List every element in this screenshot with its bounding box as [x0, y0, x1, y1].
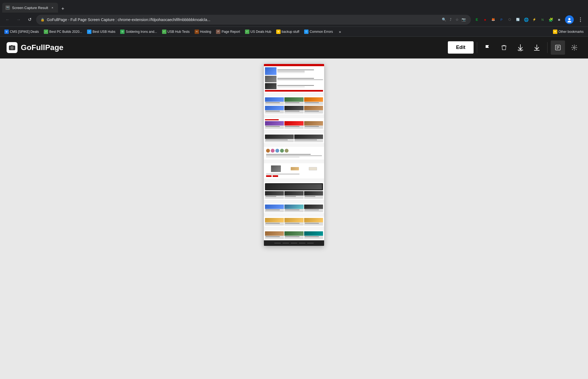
address-bookmark-icon[interactable]: ☆ — [454, 17, 460, 22]
preview-card17 — [304, 205, 323, 212]
preview-card8 — [284, 121, 303, 129]
address-camera-icon[interactable]: 📷 — [461, 17, 466, 22]
preview-footer — [264, 240, 324, 246]
preview-card22 — [284, 231, 303, 239]
active-tab[interactable]: 📷 Screen Capture Result × — [2, 3, 58, 13]
preview-section-2 — [264, 96, 324, 115]
bookmarks-more-button[interactable]: » — [336, 28, 344, 36]
ext-icon9[interactable]: N — [539, 16, 546, 24]
delete-button[interactable] — [497, 40, 511, 55]
bookmark-bestusb-favicon: ✓ — [87, 30, 91, 34]
preview-card18 — [265, 218, 284, 226]
chrome-menu-button[interactable]: ⋮ — [576, 15, 585, 24]
svg-rect-5 — [11, 45, 13, 46]
download-button[interactable] — [530, 40, 544, 55]
reload-button[interactable]: ↺ — [25, 15, 34, 24]
preview-section-9 — [264, 217, 324, 227]
address-search-icon[interactable]: 🔍 — [441, 17, 447, 22]
settings-button[interactable] — [567, 40, 581, 55]
preview-card4 — [265, 106, 284, 113]
bookmark-other[interactable]: ★ Other bookmarks — [551, 28, 586, 35]
bookmark-backup[interactable]: ★ backup stuff — [274, 28, 302, 35]
ext-icon6[interactable]: 🔄 — [514, 16, 522, 24]
bookmark-usbtest[interactable]: ✓ USB Hub Tests — [160, 28, 192, 35]
ext-puzzle-icon[interactable]: 🧩 — [547, 16, 555, 24]
ext-icon3[interactable]: 🦊 — [489, 16, 497, 24]
footer-line2 — [283, 243, 289, 243]
preview-card2 — [284, 97, 303, 105]
bookmark-soldering-favicon: G — [120, 30, 125, 34]
bookmark-cms-label: CMS [SPIKE] Deals — [10, 30, 39, 34]
preview-line2 — [277, 71, 305, 72]
tab-favicon: 📷 — [5, 5, 10, 10]
preview-card11 — [294, 135, 323, 142]
footer-line5 — [307, 243, 314, 243]
preview-card5 — [284, 106, 303, 113]
tab-bar: 📷 Screen Capture Result × + — [0, 0, 588, 13]
bookmark-bestpc-favicon: ✓ — [44, 30, 48, 34]
bookmark-usbtest-label: USB Hub Tests — [168, 30, 190, 34]
bookmark-pagereport-favicon: P — [216, 30, 220, 34]
bookmark-soldering[interactable]: G Soldering Irons and... — [118, 28, 159, 35]
profile-picture[interactable] — [565, 15, 574, 24]
bookmark-hosting-favicon: H — [195, 30, 199, 34]
bookmark-common-label: Common Errors — [310, 30, 333, 34]
preview-card13 — [284, 191, 303, 199]
preview-line1 — [277, 69, 314, 70]
bookmark-bestpc[interactable]: ✓ Best PC Builds 2020... — [42, 28, 84, 35]
preview-site-header — [264, 64, 324, 66]
bookmark-pagereport[interactable]: P Page Report — [214, 28, 242, 35]
preview-card3 — [304, 97, 323, 105]
address-share-icon[interactable]: ⤴ — [448, 17, 453, 22]
bookmark-common[interactable]: C Common Errors — [302, 28, 335, 35]
bookmark-backup-favicon: ★ — [276, 30, 281, 34]
forward-button[interactable]: → — [14, 15, 23, 24]
profile-avatar — [565, 15, 574, 24]
preview-section-hero — [264, 66, 324, 93]
footer-line3 — [291, 243, 297, 243]
preview-section-avatars — [264, 147, 324, 160]
bookmark-bestusb[interactable]: ✓ Best USB Hubs — [85, 28, 117, 35]
preview-card15 — [265, 205, 284, 212]
preview-avatar4 — [280, 149, 284, 153]
back-button[interactable]: ← — [3, 15, 12, 24]
ext-icon2[interactable]: ■ — [481, 16, 489, 24]
address-bar[interactable]: 🔒 GoFullPage - Full Page Screen Capture … — [36, 15, 471, 25]
app-bar: GoFullPage Edit PDF — [0, 37, 588, 59]
preview-section-3 — [264, 118, 324, 130]
ext-switch-icon[interactable]: ⏹ — [555, 16, 563, 24]
bookmark-hosting[interactable]: H Hosting — [192, 28, 214, 35]
ext-icon4[interactable]: P — [498, 16, 505, 24]
ext-evernote[interactable]: E — [473, 16, 481, 24]
preview-card1 — [265, 97, 284, 105]
ext-chrome-icon[interactable]: 🌐 — [522, 16, 530, 24]
preview-card20 — [304, 218, 323, 226]
preview-card7 — [265, 121, 284, 129]
preview-logo-img1 — [271, 165, 281, 172]
bookmark-soldering-label: Soldering Irons and... — [126, 30, 157, 34]
flag-button[interactable] — [480, 40, 495, 55]
preview-line7 — [277, 86, 305, 87]
notes-button[interactable] — [551, 40, 565, 55]
edit-button[interactable]: Edit — [448, 41, 474, 54]
preview-card19 — [284, 218, 303, 226]
address-bar-row: ← → ↺ 🔒 GoFullPage - Full Page Screen Ca… — [0, 13, 588, 27]
ext-icon8[interactable]: ⚡ — [531, 16, 538, 24]
svg-point-11 — [573, 47, 575, 48]
bookmark-usbtest-favicon: ✓ — [162, 30, 166, 34]
tab-title: Screen Capture Result — [12, 6, 48, 10]
ext-icon5[interactable]: ⬡ — [506, 16, 514, 24]
bookmark-common-favicon: C — [304, 30, 309, 34]
bookmarks-bar: V CMS [SPIKE] Deals ✓ Best PC Builds 202… — [0, 27, 588, 37]
preview-card10 — [265, 135, 294, 142]
main-content — [0, 59, 588, 379]
new-tab-button[interactable]: + — [59, 5, 67, 13]
preview-line3 — [277, 72, 305, 73]
app-title: GoFullPage — [21, 43, 64, 52]
bookmark-backup-label: backup stuff — [282, 30, 299, 34]
download-pdf-button[interactable]: PDF — [513, 40, 528, 55]
bookmark-cms[interactable]: V CMS [SPIKE] Deals — [2, 28, 41, 35]
tab-close-button[interactable]: × — [50, 5, 55, 10]
footer-line1 — [274, 243, 281, 243]
bookmark-usdeals[interactable]: ✓ US Deals Hub — [243, 28, 273, 35]
